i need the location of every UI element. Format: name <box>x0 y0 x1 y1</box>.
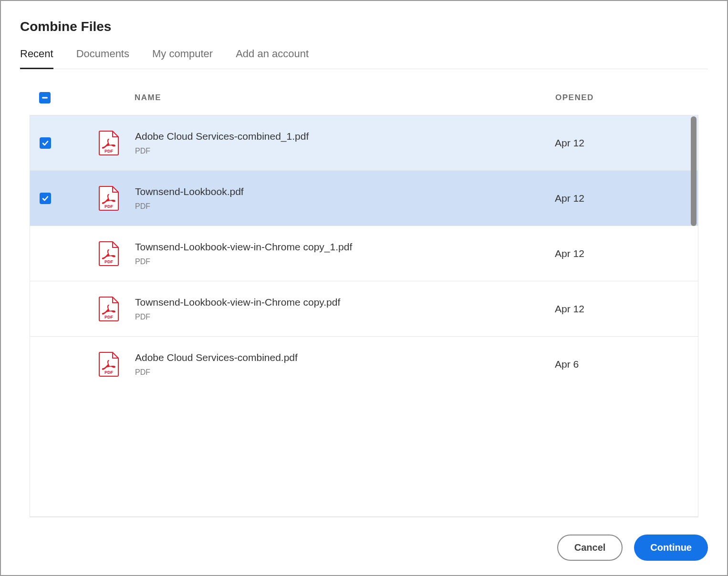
file-name: Adobe Cloud Services-combined.pdf <box>135 352 555 363</box>
svg-text:PDF: PDF <box>104 259 114 264</box>
file-opened-date: Apr 12 <box>555 303 584 314</box>
file-name: Adobe Cloud Services-combined_1.pdf <box>135 131 555 142</box>
indeterminate-icon <box>42 94 48 101</box>
svg-rect-0 <box>42 97 48 99</box>
file-type: PDF <box>135 257 555 266</box>
tab-recent[interactable]: Recent <box>20 48 53 69</box>
select-all-checkbox[interactable] <box>39 92 51 103</box>
file-row[interactable]: PDF Adobe Cloud Services-combined.pdfPDF… <box>30 336 698 391</box>
file-name: Townsend-Lookbook.pdf <box>135 186 555 197</box>
column-header-name[interactable]: NAME <box>135 93 161 102</box>
column-header-opened[interactable]: OPENED <box>555 93 594 102</box>
file-type: PDF <box>135 147 555 155</box>
file-name: Townsend-Lookbook-view-in-Chrome copy_1.… <box>135 241 555 253</box>
file-row[interactable]: PDF Townsend-Lookbook-view-in-Chrome cop… <box>30 281 698 336</box>
file-checkbox[interactable] <box>40 137 51 149</box>
continue-button[interactable]: Continue <box>634 535 708 561</box>
tabs: RecentDocumentsMy computerAdd an account <box>20 48 708 69</box>
checkmark-icon <box>42 139 49 147</box>
file-opened-date: Apr 6 <box>555 359 579 370</box>
pdf-file-icon: PDF <box>98 185 119 211</box>
file-row[interactable]: PDF Townsend-Lookbook-view-in-Chrome cop… <box>30 226 698 281</box>
file-opened-date: Apr 12 <box>555 248 584 259</box>
file-type: PDF <box>135 202 555 211</box>
file-opened-date: Apr 12 <box>555 137 584 148</box>
list-header: NAME OPENED <box>30 82 698 115</box>
dialog-footer: Cancel Continue <box>20 517 708 561</box>
file-opened-date: Apr 12 <box>555 193 584 204</box>
tab-my-computer[interactable]: My computer <box>152 48 213 69</box>
file-row[interactable]: PDF Adobe Cloud Services-combined_1.pdfP… <box>30 115 698 170</box>
file-rows: PDF Adobe Cloud Services-combined_1.pdfP… <box>30 115 698 517</box>
svg-text:PDF: PDF <box>104 149 114 154</box>
file-type: PDF <box>135 313 555 321</box>
tab-add-an-account[interactable]: Add an account <box>236 48 309 69</box>
svg-text:PDF: PDF <box>104 370 114 375</box>
tab-documents[interactable]: Documents <box>76 48 129 69</box>
pdf-file-icon: PDF <box>98 351 119 377</box>
dialog-title: Combine Files <box>20 19 708 34</box>
pdf-file-icon: PDF <box>98 130 119 156</box>
pdf-file-icon: PDF <box>98 296 119 322</box>
file-type: PDF <box>135 368 555 377</box>
scrollbar-thumb[interactable] <box>691 116 697 226</box>
pdf-file-icon: PDF <box>98 241 119 267</box>
checkmark-icon <box>42 195 49 202</box>
file-name: Townsend-Lookbook-view-in-Chrome copy.pd… <box>135 297 555 308</box>
file-checkbox[interactable] <box>40 193 51 204</box>
svg-text:PDF: PDF <box>104 315 114 319</box>
svg-text:PDF: PDF <box>104 204 114 209</box>
cancel-button[interactable]: Cancel <box>557 535 623 561</box>
file-row[interactable]: PDF Townsend-Lookbook.pdfPDFApr 12 <box>30 170 698 226</box>
file-list: NAME OPENED PDF Adobe Cloud Services-com… <box>30 82 698 517</box>
